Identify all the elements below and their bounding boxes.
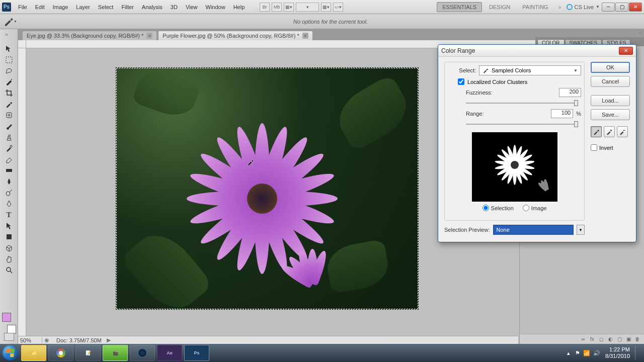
palette-collapse-icon[interactable]: » [5,31,8,37]
eraser-tool[interactable] [3,154,16,165]
screen-mode-icon[interactable]: ▭▾ [333,3,343,12]
crop-tool[interactable] [3,87,16,99]
eyedropper-subtract-button[interactable] [617,126,628,137]
workspace-design[interactable]: DESIGN [484,3,515,12]
slider-thumb[interactable] [574,100,578,106]
layer-group-icon[interactable]: ▢ [616,336,623,343]
chevron-right-icon[interactable]: ▶ [107,337,111,343]
menu-3d[interactable]: 3D [167,2,182,12]
gradient-tool[interactable] [3,165,16,176]
type-tool[interactable]: T [3,209,16,220]
dialog-close-button[interactable]: ✕ [619,47,633,55]
3d-tool[interactable] [3,242,16,253]
image-radio[interactable]: Image [523,205,547,211]
layer-style-icon[interactable]: fx [589,336,596,343]
select-dropdown[interactable]: Sampled Colors ▼ [479,65,581,75]
history-brush-tool[interactable] [3,143,16,154]
taskbar-item-disc[interactable] [130,345,155,361]
delete-layer-icon[interactable]: 🗑 [634,336,641,343]
document-info[interactable]: Doc: 3.75M/7.50M [51,337,107,343]
workspace-more-icon[interactable]: » [555,4,564,10]
save-button[interactable]: Save... [591,109,630,120]
menu-layer[interactable]: Layer [72,2,94,12]
chevron-down-icon[interactable]: ▼ [577,225,585,235]
current-tool-icon[interactable]: ▼ [3,16,17,27]
launch-bridge-icon[interactable]: Br [260,3,270,12]
move-tool[interactable] [3,43,16,54]
invert-checkbox[interactable]: Invert [591,144,630,151]
load-button[interactable]: Load... [591,95,630,106]
new-layer-icon[interactable]: ▣ [625,336,632,343]
menu-analysis[interactable]: Analysis [138,2,167,12]
tray-volume-icon[interactable]: 🔊 [593,350,600,356]
tray-clock[interactable]: 1:22 PM 8/31/2010 [605,346,630,359]
tab-close-icon[interactable]: × [146,33,152,39]
arrange-documents-icon[interactable]: ▦▾ [321,3,331,12]
dodge-tool[interactable] [3,187,16,198]
minimize-button[interactable]: ─ [602,3,615,12]
show-desktop-button[interactable] [635,346,639,360]
eyedropper-tool[interactable] [3,99,16,110]
taskbar-item-app[interactable]: 🎬 [103,345,128,361]
ok-button[interactable]: OK [591,62,630,73]
menu-window[interactable]: Window [202,2,229,12]
selection-radio[interactable]: Selection [482,205,514,211]
workspace-essentials[interactable]: ESSENTIALS [437,2,482,12]
panels-collapse-icon[interactable]: « [639,29,642,35]
foreground-color-swatch[interactable] [2,313,11,322]
clone-stamp-tool[interactable] [3,132,16,143]
start-button[interactable] [0,344,20,362]
view-extras-icon[interactable]: ▦▾ [284,3,294,12]
selection-preview-dropdown[interactable]: None [493,225,574,235]
taskbar-item-photoshop[interactable]: Ps [184,345,209,361]
taskbar-item-aftereffects[interactable]: Ae [157,345,182,361]
foreground-background-swatches[interactable] [2,313,16,334]
menu-file[interactable]: File [14,2,31,12]
selection-preview-thumbnail[interactable] [472,132,557,202]
zoom-tool[interactable] [3,264,16,276]
quick-mask-toggle[interactable] [4,333,14,341]
cs-live-button[interactable]: CS Live ▼ [567,4,600,10]
menu-filter[interactable]: Filter [117,2,137,12]
tray-flag-icon[interactable]: ⚑ [575,350,580,356]
shape-tool[interactable] [3,231,16,242]
checkbox-input[interactable] [458,78,464,85]
healing-brush-tool[interactable] [3,110,16,121]
brush-tool[interactable] [3,121,16,132]
blur-tool[interactable] [3,176,16,187]
lasso-tool[interactable] [3,65,16,76]
hand-tool[interactable] [3,253,16,264]
menu-image[interactable]: Image [49,2,72,12]
menu-view[interactable]: View [182,2,202,12]
taskbar-item-notes[interactable]: 📝 [75,345,101,361]
workspace-painting[interactable]: PAINTING [517,3,553,12]
range-value-field[interactable]: 100 [551,109,573,118]
adjustment-layer-icon[interactable]: ◐ [607,336,614,343]
menu-help[interactable]: Help [229,2,249,12]
zoom-level-dropdown[interactable]: ▾ [296,3,319,12]
ruler-origin[interactable] [18,40,26,48]
eyedropper-add-button[interactable] [604,126,615,137]
menu-select[interactable]: Select [94,2,118,12]
taskbar-item-explorer[interactable]: 📁 [21,345,46,361]
document-tab[interactable]: Purple Flower.jpg @ 50% (Background copy… [158,31,312,40]
menu-edit[interactable]: Edit [31,2,49,12]
localized-clusters-checkbox[interactable]: Localized Color Clusters [458,78,581,85]
tray-network-icon[interactable]: 📶 [583,350,590,356]
mini-bridge-icon[interactable]: Mb [272,3,282,12]
close-button[interactable]: ✕ [629,3,642,12]
vertical-ruler[interactable] [18,48,26,336]
magic-wand-tool[interactable] [3,76,16,87]
document-tab[interactable]: Eye.jpg @ 33.3% (Background copy, RGB/8#… [22,31,157,40]
taskbar-item-chrome[interactable] [48,345,73,361]
slider-thumb[interactable] [574,121,578,127]
range-slider[interactable] [466,120,576,128]
cancel-button[interactable]: Cancel [591,76,630,87]
link-layers-icon[interactable]: ∞ [580,336,587,343]
fuzziness-value-field[interactable]: 200 [559,88,581,97]
dialog-titlebar[interactable]: Color Range ✕ [438,45,636,57]
pen-tool[interactable] [3,198,16,209]
maximize-button[interactable]: ▢ [615,3,628,12]
layer-mask-icon[interactable]: ◻ [598,336,605,343]
tab-close-icon[interactable]: × [302,33,308,39]
